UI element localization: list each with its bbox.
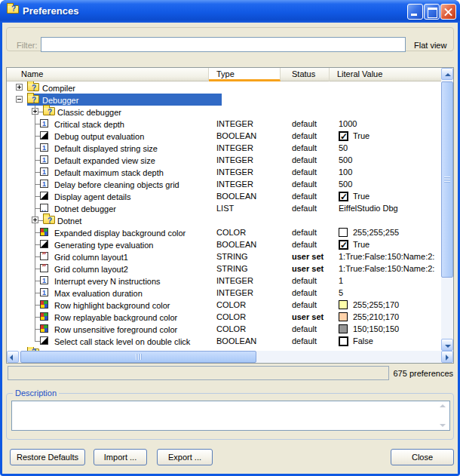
pref-name-cell: ”Grid column layout1 (7, 250, 209, 263)
pref-name: Debug output evaluation (54, 131, 144, 143)
boolean-type-icon (40, 336, 48, 345)
minimize-button[interactable] (407, 4, 423, 20)
table-row[interactable]: 1Default maximum stack depthINTEGERdefau… (7, 166, 441, 178)
color-type-icon (40, 312, 48, 321)
pref-status (281, 106, 330, 118)
pref-literal: True (330, 238, 441, 250)
literal-value-text: 500 (339, 178, 352, 190)
title-bar[interactable]: Preferences (0, 0, 460, 23)
scroll-up-button[interactable] (441, 68, 453, 80)
integer-type-icon: 1 (40, 155, 48, 164)
horizontal-scrollbar[interactable] (7, 351, 453, 363)
pref-name-cell: Row unsensitive foreground color (7, 323, 209, 335)
preferences-window: Preferences Filter: Flat view Name Type … (0, 0, 460, 476)
table-row[interactable]: 1Critical stack depthINTEGERdefault1000 (7, 118, 441, 130)
pref-type: INTEGER (209, 154, 281, 166)
table-row[interactable]: Row replayable background colorCOLORuser… (7, 311, 441, 323)
table-row[interactable]: 1Default expanded view sizeINTEGERdefaul… (7, 154, 441, 166)
table-row[interactable]: Debugger (7, 94, 441, 106)
scroll-down-button[interactable] (441, 339, 453, 351)
table-row[interactable]: Select call stack level on double clickB… (7, 335, 441, 347)
value-checkbox[interactable] (339, 240, 348, 250)
literal-value-text: 100 (339, 166, 352, 178)
vertical-scrollbar[interactable] (441, 68, 453, 351)
table-row[interactable]: Debug output evaluationBOOLEANdefaultTru… (7, 130, 441, 142)
table-row[interactable]: ”Grid column layout2STRINGuser set1:True… (7, 263, 441, 275)
table-row[interactable]: Classic debugger (7, 106, 441, 118)
expand-icon[interactable] (32, 217, 38, 223)
tree-line (35, 208, 40, 209)
import-button[interactable]: Import ... (94, 449, 147, 465)
pref-status: default (281, 190, 330, 202)
value-checkbox[interactable] (339, 336, 348, 346)
table-row[interactable]: ”Grid column layout1STRINGuser set1:True… (7, 250, 441, 263)
pref-type: BOOLEAN (209, 130, 281, 142)
pref-name-cell: 1Max evaluation duration (7, 287, 209, 299)
pref-type: LIST (209, 202, 281, 214)
description-text[interactable] (11, 401, 450, 431)
vertical-scroll-thumb[interactable] (441, 81, 453, 278)
tree-line (35, 335, 35, 341)
table-row[interactable]: 1Interrupt every N instructionsINTEGERde… (7, 275, 441, 287)
tree-line (35, 160, 40, 161)
scroll-right-button[interactable] (441, 351, 453, 363)
filter-input[interactable] (41, 37, 406, 52)
column-header-type[interactable]: Type (209, 68, 281, 81)
color-swatch[interactable] (339, 324, 348, 333)
table-row[interactable]: Expanded display background colorCOLORde… (7, 226, 441, 238)
export-button[interactable]: Export ... (157, 449, 213, 465)
color-swatch[interactable] (339, 228, 348, 237)
category-folder-icon (27, 95, 39, 103)
pref-name-cell: Debugger (7, 94, 209, 106)
flat-view-toggle[interactable]: Flat view (414, 41, 446, 50)
color-swatch[interactable] (339, 300, 348, 309)
table-row[interactable]: Display agent detailsBOOLEANdefaultTrue (7, 190, 441, 202)
table-row[interactable]: Dotnet (7, 214, 441, 226)
literal-value-text: 500 (339, 154, 352, 166)
color-swatch[interactable] (339, 312, 348, 321)
collapse-icon[interactable] (16, 96, 23, 103)
pref-name-cell: Generating type evaluation (7, 238, 209, 250)
table-row[interactable]: Row unsensitive foreground colorCOLORdef… (7, 323, 441, 335)
table-row[interactable]: 1Delay before cleaning objects gridINTEG… (7, 178, 441, 190)
close-button[interactable]: Close (391, 449, 454, 465)
scroll-left-button[interactable] (7, 351, 19, 363)
restore-defaults-button[interactable]: Restore Defaults (10, 449, 85, 465)
pref-type: BOOLEAN (209, 238, 281, 250)
integer-type-icon: 1 (40, 167, 48, 176)
table-row[interactable]: Row highlight background colorCOLORdefau… (7, 299, 441, 311)
close-window-button[interactable] (440, 4, 456, 20)
value-checkbox[interactable] (339, 192, 348, 201)
table-row[interactable]: ..Dotnet debuggerLISTdefaultEiffelStudio… (7, 202, 441, 214)
pref-name-cell: ”Grid column layout2 (7, 263, 209, 275)
table-row[interactable]: 1Default displayed string sizeINTEGERdef… (7, 142, 441, 154)
tree-line (35, 172, 40, 173)
table-row[interactable]: Generating type evaluationBOOLEANdefault… (7, 238, 441, 250)
pref-name-cell: Display agent details (7, 190, 209, 202)
maximize-button[interactable] (424, 4, 440, 20)
pref-literal: 1:True:False:150:Name:2: (330, 263, 441, 275)
table-row[interactable]: 1Max evaluation durationINTEGERdefault5 (7, 287, 441, 299)
value-checkbox[interactable] (339, 131, 348, 141)
pref-name-cell: Row replayable background color (7, 311, 209, 323)
table-row[interactable]: Compiler (7, 81, 441, 94)
pref-status: default (281, 275, 330, 287)
column-header-status[interactable]: Status (281, 68, 330, 81)
column-header-name[interactable]: Name (7, 68, 209, 81)
literal-value-text: True (353, 238, 370, 250)
pref-status: default (281, 238, 330, 250)
literal-value-text: 1:True:False:150:Name:2: (339, 250, 434, 263)
tree-line (35, 256, 40, 257)
dialog-content: Filter: Flat view Name Type Status Liter… (2, 23, 458, 474)
color-type-icon (40, 324, 48, 333)
expand-icon[interactable] (32, 108, 38, 115)
pref-type: COLOR (209, 311, 281, 323)
pref-name: Default expanded view size (54, 155, 155, 167)
horizontal-scroll-thumb[interactable] (20, 351, 256, 363)
expand-icon[interactable] (16, 84, 23, 91)
pref-type: INTEGER (209, 275, 281, 287)
integer-type-icon: 1 (40, 119, 48, 127)
column-header-literal-value[interactable]: Literal Value (330, 68, 441, 81)
pref-status: default (281, 226, 330, 238)
literal-value-text: 50 (339, 142, 348, 154)
